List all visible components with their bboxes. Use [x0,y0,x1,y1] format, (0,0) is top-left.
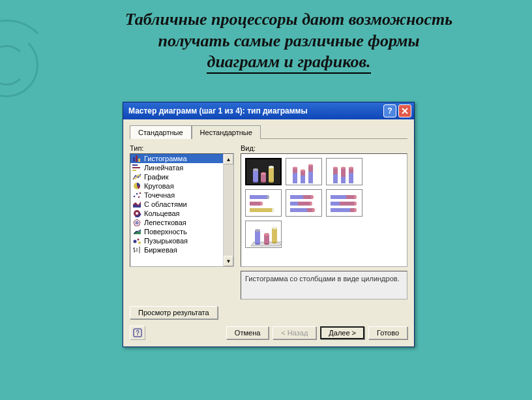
svg-point-39 [293,167,297,169]
subtype-thumb[interactable] [286,189,322,217]
office-assistant-button[interactable]: ? [130,326,145,340]
tab-nonstandard[interactable]: Нестандартные [192,125,261,139]
chart-type-list[interactable]: Гистограмма Линейчатая График Круго [130,153,234,267]
svg-point-56 [267,195,269,199]
svg-rect-65 [298,202,311,206]
svg-point-20 [134,240,137,243]
list-item[interactable]: Лепестковая [130,218,223,227]
line-icon [132,173,141,181]
svg-point-88 [272,226,277,229]
subtype-thumb[interactable] [245,221,282,248]
svg-text:?: ? [136,330,140,337]
svg-rect-59 [250,208,273,212]
svg-point-66 [310,202,312,206]
svg-point-33 [261,172,266,175]
list-item[interactable]: Круговая [130,181,223,191]
bubble-icon [132,237,141,245]
svg-rect-52 [349,173,353,183]
preview-result-button[interactable]: Просмотр результата [130,306,218,319]
svg-rect-62 [303,195,312,199]
svg-point-69 [312,208,315,212]
svg-point-36 [269,166,274,168]
close-button[interactable] [398,104,411,117]
subtype-thumb[interactable] [245,158,282,185]
list-item[interactable]: Кольцевая [130,209,223,218]
list-item[interactable]: Гистограмма [130,154,223,163]
subtype-thumb[interactable] [245,189,282,217]
subtype-description: Гистограмма со столбцами в виде цилиндро… [241,271,407,300]
help-button[interactable]: ? [383,104,396,117]
svg-rect-67 [290,208,307,212]
svg-point-58 [260,202,263,206]
subtype-thumb[interactable] [326,189,362,217]
svg-rect-76 [331,208,350,212]
dialog-title: Мастер диаграмм (шаг 1 из 4): тип диагра… [128,106,381,115]
pie-icon [132,182,141,190]
hbar-icon [132,164,141,172]
donut-icon [132,209,141,217]
list-item[interactable]: С областями [130,200,223,209]
svg-point-22 [138,241,141,244]
finish-button[interactable]: Готово [368,326,407,339]
tab-bar: Стандартные Нестандартные [130,125,407,139]
subtype-thumb[interactable] [286,158,322,185]
list-item[interactable]: Точечная [130,191,223,200]
svg-rect-57 [250,202,261,206]
list-item[interactable]: Биржевая [130,245,223,254]
svg-rect-61 [290,195,303,199]
svg-marker-17 [135,221,139,224]
type-label: Тип: [130,144,234,152]
svg-point-15 [136,212,138,215]
area-icon [132,200,141,208]
back-button: < Назад [273,326,316,339]
svg-point-42 [301,170,305,172]
chart-wizard-dialog: Мастер диаграмм (шаг 1 из 4): тип диагра… [123,102,415,347]
svg-point-78 [354,208,357,212]
cancel-button[interactable]: Отмена [226,326,269,339]
svg-point-7 [134,196,136,198]
tab-standard[interactable]: Стандартные [130,125,192,139]
svg-rect-81 [255,230,260,243]
svg-rect-71 [346,195,355,199]
list-scrollbar[interactable]: ▲ ▼ [223,154,233,266]
headline-line3: диаграмм и графиков. [207,52,370,74]
svg-rect-49 [341,177,346,183]
svg-point-75 [354,202,357,206]
scroll-down-button[interactable]: ▼ [224,256,233,266]
radar-icon [132,219,141,226]
headline-line1: Табличные процессоры дают возможность [125,10,452,29]
svg-point-45 [308,164,313,166]
svg-point-48 [333,167,338,169]
svg-point-60 [272,208,274,212]
list-item[interactable]: Линейчатая [130,163,223,172]
svg-rect-0 [133,157,135,162]
scatter-icon [132,191,141,199]
svg-rect-5 [132,170,136,171]
next-button[interactable]: Далее > [320,326,364,339]
svg-point-82 [255,229,260,232]
stock-icon [132,246,141,254]
svg-point-85 [264,233,269,236]
subtype-thumb[interactable] [326,158,362,185]
list-item[interactable]: График [130,172,223,181]
svg-rect-40 [301,176,305,183]
svg-rect-70 [331,195,346,199]
svg-point-9 [138,196,140,198]
titlebar[interactable]: Мастер диаграмм (шаг 1 из 4): тип диагра… [123,102,414,119]
scroll-up-button[interactable]: ▲ [224,154,233,164]
slide-headline: Табличные процессоры дают возможность по… [0,0,532,77]
svg-point-21 [138,239,140,241]
svg-rect-43 [308,172,313,183]
svg-rect-46 [333,174,338,183]
list-item[interactable]: Поверхность [130,227,223,236]
svg-point-63 [311,195,314,199]
svg-rect-37 [293,173,297,183]
svg-rect-35 [269,167,274,181]
info-icon: ? [133,328,142,337]
list-item[interactable]: Пузырьковая [130,236,223,245]
svg-point-72 [354,195,357,199]
svg-rect-73 [331,202,340,206]
surface-icon [132,228,141,236]
svg-rect-55 [250,195,268,199]
svg-point-10 [140,192,141,194]
